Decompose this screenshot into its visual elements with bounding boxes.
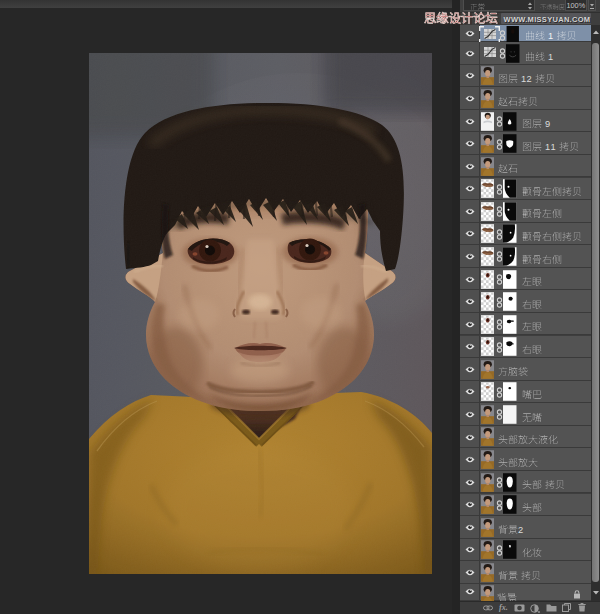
svg-text:1: 1 [545,142,550,152]
svg-text:2: 2 [527,74,532,84]
svg-text:1: 1 [551,142,556,152]
svg-text:2: 2 [518,526,523,536]
svg-text:1: 1 [521,74,526,84]
svg-text:1: 1 [548,31,553,41]
svg-text:1: 1 [548,52,553,62]
svg-text:9: 9 [545,119,550,129]
